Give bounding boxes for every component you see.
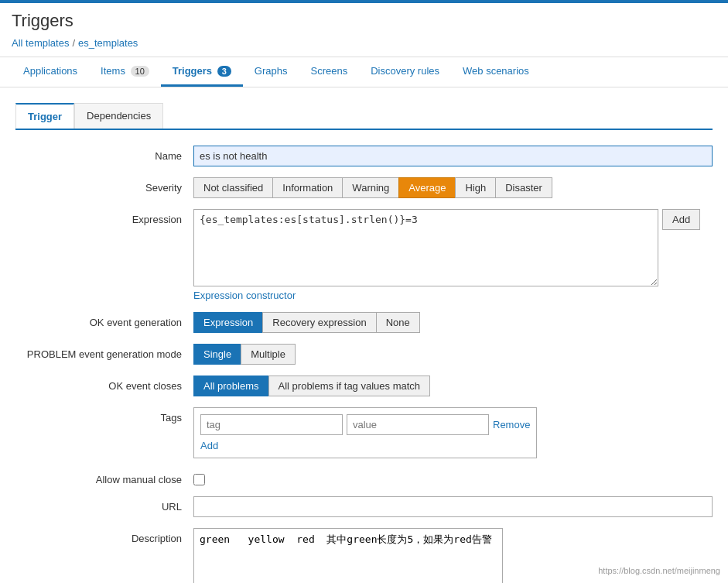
ok-event-closes-label: OK event closes xyxy=(15,376,193,392)
description-textarea[interactable]: green yellow red 其中green长度为5，如果为red告警 xyxy=(193,528,503,583)
description-label: Description xyxy=(15,528,193,544)
ok-event-expression-btn[interactable]: Expression xyxy=(193,312,262,333)
severity-high[interactable]: High xyxy=(455,177,495,198)
nav-tab-items[interactable]: Items 10 xyxy=(89,57,161,87)
tag-value-input[interactable] xyxy=(347,414,489,435)
severity-warning[interactable]: Warning xyxy=(342,177,398,198)
nav-tab-web-scenarios[interactable]: Web scenarios xyxy=(451,57,541,87)
expression-row: Expression {es_templates:es[status].strl… xyxy=(15,209,713,301)
url-input[interactable] xyxy=(193,496,713,517)
page-title: Triggers xyxy=(12,11,716,31)
problem-event-toggle-group: Single Multiple xyxy=(193,344,713,365)
allow-manual-close-row: Allow manual close xyxy=(15,469,713,485)
tag-input[interactable] xyxy=(200,414,343,435)
tab-trigger[interactable]: Trigger xyxy=(15,103,74,129)
expression-textarea[interactable]: {es_templates:es[status].strlen()}=3 xyxy=(193,209,658,286)
problem-event-label: PROBLEM event generation mode xyxy=(15,344,193,360)
ok-event-closes-tag-btn[interactable]: All problems if tag values match xyxy=(268,376,431,396)
breadcrumb-sep: / xyxy=(72,37,75,49)
tags-label: Tags xyxy=(15,407,193,424)
ok-event-generation-row: OK event generation Expression Recovery … xyxy=(15,312,713,333)
nav-tab-applications[interactable]: Applications xyxy=(12,57,89,87)
severity-information[interactable]: Information xyxy=(272,177,342,198)
nav-tabs-bar: Applications Items 10 Triggers 3 Graphs … xyxy=(0,57,728,87)
problem-event-multiple-btn[interactable]: Multiple xyxy=(241,344,296,365)
nav-tab-discovery-rules[interactable]: Discovery rules xyxy=(359,57,451,87)
ok-event-closes-row: OK event closes All problems All problem… xyxy=(15,376,713,396)
ok-event-recovery-btn[interactable]: Recovery expression xyxy=(262,312,375,333)
severity-label: Severity xyxy=(15,177,193,194)
url-row: URL xyxy=(15,496,713,517)
ok-event-closes-all-btn[interactable]: All problems xyxy=(193,376,268,396)
breadcrumb-all-templates[interactable]: All templates xyxy=(12,37,69,49)
allow-manual-close-label: Allow manual close xyxy=(15,469,193,485)
expression-add-button[interactable]: Add xyxy=(662,209,700,230)
problem-event-single-btn[interactable]: Single xyxy=(193,344,241,365)
severity-row: Severity Not classified Information Warn… xyxy=(15,177,713,198)
severity-group: Not classified Information Warning Avera… xyxy=(193,177,713,198)
tab-dependencies[interactable]: Dependencies xyxy=(74,103,163,129)
tags-container: Remove Add xyxy=(193,407,537,458)
add-tag-link[interactable]: Add xyxy=(200,440,218,451)
watermark: https://blog.csdn.net/meijinmeng xyxy=(598,566,720,575)
form-content: Trigger Dependencies Name Severity Not c… xyxy=(0,87,728,583)
severity-disaster[interactable]: Disaster xyxy=(495,177,552,198)
items-badge: 10 xyxy=(131,66,149,77)
ok-event-generation-label: OK event generation xyxy=(15,312,193,328)
ok-event-closes-toggle-group: All problems All problems if tag values … xyxy=(193,376,713,396)
problem-event-row: PROBLEM event generation mode Single Mul… xyxy=(15,344,713,365)
expression-constructor-link[interactable]: Expression constructor xyxy=(193,290,296,301)
ok-event-none-btn[interactable]: None xyxy=(376,312,420,333)
ok-event-toggle-group: Expression Recovery expression None xyxy=(193,312,713,333)
triggers-badge: 3 xyxy=(217,66,231,77)
form-tabs: Trigger Dependencies xyxy=(15,103,713,130)
severity-average[interactable]: Average xyxy=(398,177,455,198)
severity-not-classified[interactable]: Not classified xyxy=(193,177,272,198)
name-label: Name xyxy=(15,146,193,162)
name-input[interactable] xyxy=(193,146,713,166)
url-label: URL xyxy=(15,496,193,513)
name-row: Name xyxy=(15,146,713,166)
nav-tab-screens[interactable]: Screens xyxy=(299,57,359,87)
remove-tag-link[interactable]: Remove xyxy=(493,419,530,430)
breadcrumb: All templates / es_templates xyxy=(12,37,716,49)
nav-tab-triggers[interactable]: Triggers 3 xyxy=(161,57,243,87)
tags-row: Tags Remove Add xyxy=(15,407,713,458)
nav-tab-graphs[interactable]: Graphs xyxy=(243,57,299,87)
allow-manual-close-checkbox[interactable] xyxy=(193,474,205,485)
expression-label: Expression xyxy=(15,209,193,225)
breadcrumb-es-templates[interactable]: es_templates xyxy=(78,37,138,49)
